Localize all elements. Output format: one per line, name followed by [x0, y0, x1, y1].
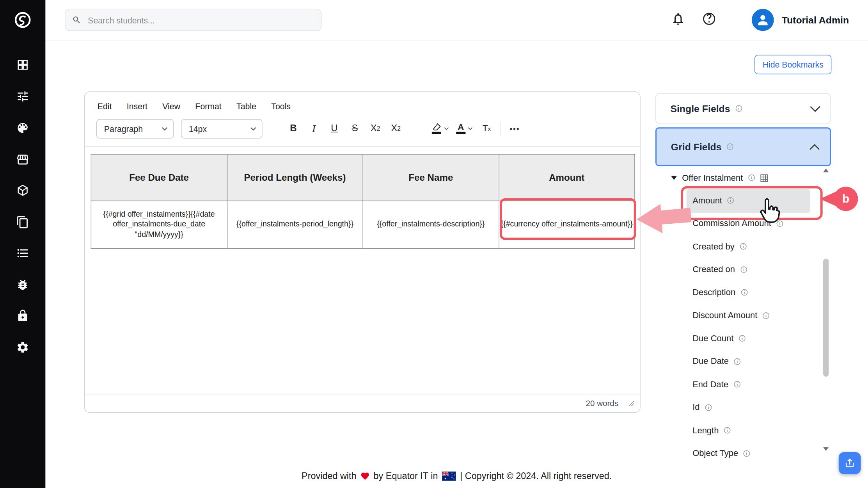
- chevron-down-icon: [162, 126, 168, 130]
- menu-insert[interactable]: Insert: [127, 102, 147, 111]
- menu-table[interactable]: Table: [236, 102, 256, 111]
- cell-period-length[interactable]: {{offer_instalments-period_length}}: [227, 201, 363, 248]
- editor-menubar: Edit Insert View Format Table Tools: [85, 92, 640, 111]
- field-item-due-date[interactable]: Due Date: [655, 350, 816, 373]
- toolbar-bottom-divider: [85, 146, 640, 147]
- dashboard-icon[interactable]: [16, 58, 29, 71]
- info-icon[interactable]: [748, 174, 755, 182]
- help-icon[interactable]: [702, 12, 716, 26]
- info-icon[interactable]: [776, 220, 784, 227]
- more-toolbar-button[interactable]: •••: [508, 120, 522, 137]
- single-fields-header[interactable]: Single Fields: [655, 93, 831, 124]
- field-item-discount-amount[interactable]: Discount Amount: [655, 304, 816, 327]
- menu-format[interactable]: Format: [195, 102, 221, 111]
- field-item-created-by[interactable]: Created by: [655, 235, 816, 258]
- info-icon[interactable]: [733, 381, 741, 388]
- block-format-select[interactable]: Paragraph: [96, 119, 174, 138]
- field-label: Discount Amount: [692, 310, 757, 321]
- scroll-top-fab[interactable]: [839, 452, 861, 474]
- header-fee-name[interactable]: Fee Name: [363, 154, 499, 201]
- list-icon[interactable]: [16, 246, 29, 260]
- cube-icon[interactable]: [16, 184, 29, 197]
- clear-formatting-button[interactable]: Tx: [480, 120, 493, 137]
- field-item-amount[interactable]: Amount: [655, 189, 816, 212]
- caret-down-icon[interactable]: [671, 176, 677, 180]
- group-offer-instalment[interactable]: Offer Instalment: [655, 167, 831, 189]
- chevron-up-icon[interactable]: [809, 144, 820, 150]
- palette-icon[interactable]: [16, 121, 29, 135]
- app-logo[interactable]: [0, 0, 45, 40]
- field-label: Object Type: [692, 448, 738, 458]
- strikethrough-button[interactable]: S: [348, 120, 362, 137]
- bug-icon[interactable]: [16, 278, 29, 291]
- arrow-up-box-icon: [844, 457, 856, 469]
- highlight-color-button[interactable]: [431, 123, 449, 134]
- highlight-color-bar: [432, 132, 441, 134]
- info-icon[interactable]: [727, 197, 735, 204]
- footer-text-2: by Equator IT in: [374, 471, 438, 481]
- subscript-number: 2: [377, 125, 380, 132]
- scroll-down-arrow[interactable]: [823, 447, 829, 451]
- info-icon[interactable]: [735, 105, 742, 112]
- highlighter-icon: [431, 123, 442, 131]
- info-icon[interactable]: [726, 143, 734, 150]
- info-icon[interactable]: [734, 358, 741, 365]
- field-item-description[interactable]: Description: [655, 281, 816, 304]
- field-item-end-date[interactable]: End Date: [655, 373, 816, 396]
- field-item-id[interactable]: Id: [655, 396, 816, 419]
- heart-icon: [360, 472, 370, 481]
- chevron-down-icon[interactable]: [444, 127, 449, 130]
- info-icon[interactable]: [724, 427, 731, 434]
- lock-icon[interactable]: [16, 309, 29, 322]
- text-color-button[interactable]: A: [456, 123, 473, 134]
- field-item-object-type[interactable]: Object Type: [655, 442, 816, 460]
- info-icon[interactable]: [740, 265, 747, 273]
- search-input[interactable]: [87, 15, 314, 25]
- superscript-button[interactable]: X2: [389, 120, 403, 137]
- field-item-due-count[interactable]: Due Count: [655, 327, 816, 350]
- bold-button[interactable]: B: [287, 120, 300, 137]
- avatar[interactable]: [752, 9, 774, 31]
- subscript-glyph: X: [371, 123, 377, 134]
- superscript-number: 2: [397, 125, 401, 132]
- tune-icon[interactable]: [16, 90, 29, 103]
- info-icon[interactable]: [705, 404, 712, 411]
- hide-bookmarks-button[interactable]: Hide Bookmarks: [754, 55, 831, 74]
- bell-icon[interactable]: [671, 12, 685, 26]
- info-icon[interactable]: [762, 312, 770, 319]
- info-icon[interactable]: [743, 450, 751, 457]
- italic-button[interactable]: I: [307, 120, 321, 137]
- info-icon[interactable]: [740, 243, 747, 250]
- word-count: 20 words: [586, 399, 618, 408]
- chevron-down-icon[interactable]: [468, 127, 473, 130]
- resize-handle-icon[interactable]: [628, 400, 635, 406]
- header-period-length[interactable]: Period Length (Weeks): [227, 154, 363, 201]
- menu-view[interactable]: View: [162, 102, 180, 111]
- header-fee-due-date[interactable]: Fee Due Date: [91, 154, 227, 201]
- subscript-button[interactable]: X2: [369, 120, 382, 137]
- field-item-commission-amount[interactable]: Commission Amount: [655, 212, 816, 235]
- menu-edit[interactable]: Edit: [98, 102, 112, 111]
- chevron-down-icon[interactable]: [810, 105, 820, 112]
- cell-fee-name[interactable]: {{offer_instalments-description}}: [363, 201, 499, 248]
- field-item-length[interactable]: Length: [655, 419, 816, 442]
- menu-tools[interactable]: Tools: [271, 102, 291, 111]
- user-name: Tutorial Admin: [782, 0, 849, 40]
- settings-icon[interactable]: [16, 341, 29, 354]
- cell-fee-due-date[interactable]: {{#grid offer_instalments}}{{#date offer…: [91, 201, 227, 248]
- font-size-select[interactable]: 14px: [181, 119, 263, 138]
- cell-amount[interactable]: {{#currency offer_instalments-amount}}: [499, 201, 635, 248]
- header-amount[interactable]: Amount: [499, 154, 635, 201]
- grid-fields-header[interactable]: Grid Fields: [655, 127, 831, 166]
- scrollbar-thumb[interactable]: [823, 259, 829, 377]
- info-icon[interactable]: [740, 289, 748, 296]
- info-icon[interactable]: [738, 335, 746, 342]
- copy-icon[interactable]: [16, 216, 29, 229]
- scroll-up-arrow[interactable]: [823, 168, 829, 172]
- underline-button[interactable]: U: [328, 120, 341, 137]
- storefront-icon[interactable]: [16, 153, 29, 166]
- field-item-created-on[interactable]: Created on: [655, 258, 816, 281]
- search-box[interactable]: [65, 9, 321, 31]
- footer-text-3: | Copyright © 2024. All right reserved.: [460, 471, 612, 481]
- australia-flag-icon: [442, 472, 456, 481]
